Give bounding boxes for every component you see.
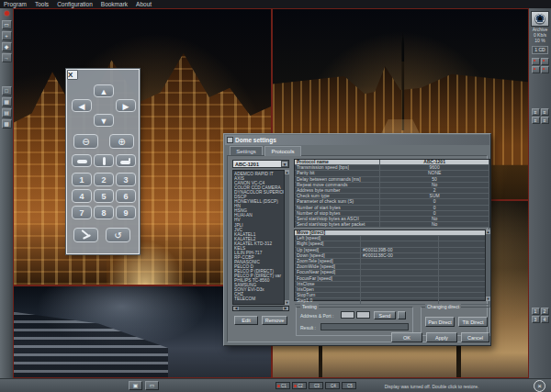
toggle-button[interactable] <box>532 66 540 73</box>
pan-direct-button[interactable]: Pan Direct <box>425 317 455 327</box>
tools-icon[interactable] <box>73 228 98 242</box>
slider-button[interactable]: ≡ <box>541 108 549 116</box>
slider-button[interactable]: ≡ <box>532 117 540 124</box>
send-button[interactable]: Send <box>374 311 396 319</box>
cancel-button[interactable]: Cancel <box>461 332 489 342</box>
port-input[interactable] <box>356 311 370 319</box>
remove-button[interactable]: Remove <box>262 316 287 325</box>
speed-fast-rabbit-icon[interactable] <box>116 154 136 167</box>
toggle-button[interactable] <box>532 58 540 65</box>
command-name: Down [speed] <box>295 253 361 258</box>
channel-indicator[interactable]: C2 <box>292 382 307 389</box>
zoom-in-icon[interactable]: ⊕ <box>109 134 134 149</box>
speed-slow-turtle-icon[interactable] <box>72 154 92 167</box>
channel-led-icon <box>294 385 297 387</box>
channel-led-icon <box>277 385 280 387</box>
scroll-up-icon[interactable]: ▲ <box>486 230 490 234</box>
channel-indicator[interactable]: C3 <box>309 382 323 389</box>
preset-button-7[interactable]: 7 <box>72 206 92 219</box>
ok-button[interactable]: OK <box>391 332 422 342</box>
auto-pan-icon[interactable]: ↺ <box>106 228 130 242</box>
driver-select[interactable]: ABC-1201 ▼ <box>232 160 289 168</box>
command-name: Up [speed] <box>295 248 361 252</box>
ptz-close-button[interactable]: X <box>67 70 78 80</box>
table-row[interactable]: Send start/stop bytes after packetNo <box>295 222 489 228</box>
preset-button-3[interactable]: 3 <box>116 173 136 186</box>
preset-button-2[interactable]: 2 <box>94 173 114 186</box>
scroll-left-icon[interactable]: ◀ <box>233 307 239 310</box>
preset-button-6[interactable]: 6 <box>116 189 136 203</box>
test-extra-button[interactable] <box>398 311 406 319</box>
slider-button[interactable]: ≡ <box>532 108 540 116</box>
driver-list[interactable]: ADEMCO RAPID ITAXISCANON VC-C4COLOR CCD … <box>232 170 289 305</box>
layout-rows-icon[interactable]: ▤ <box>2 108 12 118</box>
export-icon[interactable]: → <box>2 53 12 62</box>
monitor-icon[interactable]: ▭ <box>2 20 12 29</box>
toggle-button[interactable] <box>541 58 549 65</box>
driver-list-scrollbar[interactable]: ▲ ▼ <box>284 170 289 305</box>
move-commands-table[interactable]: Move [direct]Left [speed]Right [speed]Up… <box>294 230 490 301</box>
menu-item-program[interactable]: Program <box>4 0 27 8</box>
ptz-right-button[interactable]: ▶ <box>116 99 136 112</box>
iris-icon[interactable] <box>94 154 114 167</box>
fullscreen-icon[interactable]: ▭ <box>145 381 159 390</box>
add-icon[interactable]: + <box>2 31 12 40</box>
tilt-direct-button[interactable]: Tilt Direct <box>458 317 488 327</box>
status-bar: ▣ ▭ C1C2C3C4C5 Display was turned off. D… <box>0 378 551 392</box>
setting-name: Number of stop bytes <box>295 211 380 216</box>
layout-grid-icon[interactable]: ▩ <box>2 119 12 129</box>
protocol-settings-table[interactable]: Protocol nameABC-1201Transmission speed … <box>294 159 490 228</box>
monitor-button-2[interactable]: 2 <box>541 308 549 315</box>
column-header: Protocol name <box>295 160 380 164</box>
channel-indicator[interactable]: C4 <box>325 382 340 389</box>
channel-label: C4 <box>331 384 336 388</box>
layout-quad-icon[interactable]: ▦ <box>2 97 12 106</box>
snapshot-icon[interactable]: ▣ <box>129 381 142 390</box>
setting-value: 2 <box>380 188 489 193</box>
setting-name: Number of start bytes <box>295 206 380 210</box>
dialog-title: Dome settings <box>235 137 276 143</box>
scroll-up-icon[interactable]: ▲ <box>285 170 289 174</box>
driver-option[interactable]: TELECOM <box>234 297 288 301</box>
setting-name: Send start/stop bytes after packet <box>295 222 380 227</box>
close-display-button[interactable]: × <box>534 380 545 392</box>
scroll-down-icon[interactable]: ▼ <box>486 297 490 301</box>
command-name: FocusNear [speed] <box>295 270 361 274</box>
ptz-left-button[interactable]: ◀ <box>72 99 92 112</box>
setting-value: NONE <box>380 171 489 175</box>
preset-button-5[interactable]: 5 <box>94 189 114 203</box>
preset-button-1[interactable]: 1 <box>72 173 92 186</box>
menu-item-tools[interactable]: Tools <box>35 0 49 8</box>
chevron-down-icon[interactable]: ▼ <box>281 161 288 167</box>
driver-list-hscrollbar[interactable]: ◀ ▶ <box>232 306 289 311</box>
tab-protocols[interactable]: Protocols <box>264 146 301 156</box>
toggle-button[interactable] <box>541 66 549 73</box>
preset-button-4[interactable]: 4 <box>72 189 92 203</box>
dialog-titlebar[interactable]: Dome settings <box>225 135 489 145</box>
address-input[interactable] <box>341 311 354 319</box>
diamond-icon[interactable]: ◆ <box>2 42 12 51</box>
command-extra <box>439 270 489 274</box>
scroll-down-icon[interactable]: ▼ <box>285 300 289 305</box>
ptz-up-button[interactable]: ▲ <box>94 84 114 97</box>
monitor-button-4[interactable]: 4 <box>541 316 549 323</box>
zoom-out-icon[interactable]: ⊖ <box>73 134 98 149</box>
setting-name: Check sum type <box>295 194 380 198</box>
monitor-button-3[interactable]: 3 <box>532 316 540 323</box>
menu-item-bookmark[interactable]: Bookmark <box>101 0 128 8</box>
channel-indicator[interactable]: C1 <box>276 382 290 389</box>
move-table-scrollbar[interactable]: ▲ ▼ <box>485 230 490 301</box>
layout-single-icon[interactable]: □ <box>2 86 12 95</box>
monitor-button-1[interactable]: 1 <box>532 308 540 315</box>
edit-button[interactable]: Edit <box>234 316 258 325</box>
scroll-right-icon[interactable]: ▶ <box>283 307 288 310</box>
preset-button-8[interactable]: 8 <box>94 206 114 219</box>
apply-button[interactable]: Apply <box>426 332 457 342</box>
preset-button-9[interactable]: 9 <box>116 206 136 219</box>
changing-direct-title: Changing direct <box>425 304 461 309</box>
slider-button[interactable]: ≡ <box>541 117 549 124</box>
camera-preview-thumbnail[interactable] <box>531 11 549 27</box>
menu-item-about[interactable]: About <box>136 0 152 8</box>
ptz-down-button[interactable]: ▼ <box>94 114 114 127</box>
menu-item-configuration[interactable]: Configuration <box>57 0 93 8</box>
